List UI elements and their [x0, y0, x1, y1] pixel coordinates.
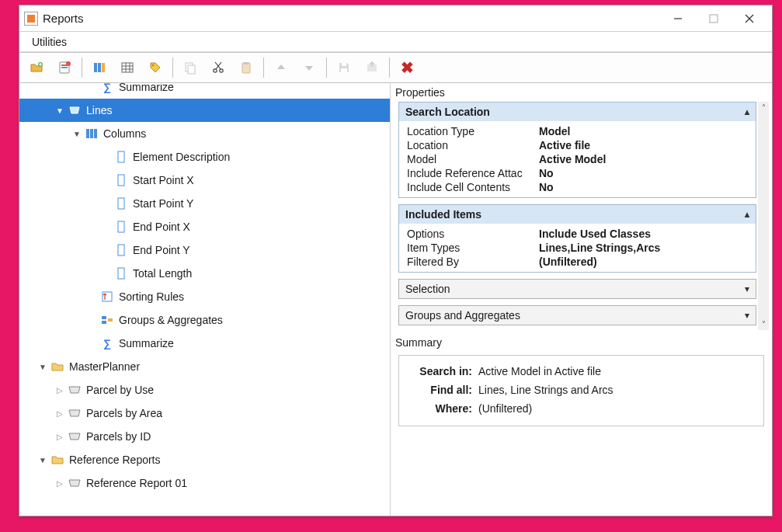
expander-down-icon[interactable]: ▼: [54, 104, 66, 116]
expander-down-icon[interactable]: ▼: [36, 360, 49, 373]
section-header-groups-aggregates[interactable]: Groups and Aggregates ▾: [399, 306, 756, 325]
tree-node-col-end-x[interactable]: ▶ End Point X: [19, 215, 390, 238]
tree[interactable]: ▶ ∑ Summarize ▼ Lines ▼: [19, 83, 390, 496]
tree-node-parcel-by-use[interactable]: ▷ Parcel by Use: [19, 378, 390, 402]
section-header-search-location[interactable]: Search Location ▴: [399, 103, 756, 121]
expander-down-icon[interactable]: ▼: [71, 127, 83, 140]
prop-row-model[interactable]: Model Active Model: [399, 152, 756, 166]
prop-row-options[interactable]: Options Include Used Classes: [399, 227, 756, 241]
section-header-selection[interactable]: Selection ▾: [399, 280, 756, 298]
chevron-up-icon: ▴: [745, 106, 749, 117]
svg-rect-37: [118, 268, 124, 279]
tag-button[interactable]: [141, 54, 169, 81]
svg-rect-30: [90, 129, 93, 138]
app-icon: [24, 12, 38, 26]
svg-point-20: [214, 69, 217, 72]
report-item-icon: [68, 406, 82, 420]
svg-rect-41: [108, 318, 113, 322]
expander-right-icon[interactable]: ▷: [54, 407, 66, 419]
expander-right-icon[interactable]: ▷: [54, 477, 66, 489]
tree-node-lines[interactable]: ▼ Lines: [19, 99, 390, 122]
tree-node-columns[interactable]: ▼ Columns: [19, 122, 390, 145]
folder-open-icon: [50, 360, 64, 374]
prop-row-item-types[interactable]: Item Types Lines,Line Strings,Arcs: [399, 241, 756, 255]
tree-node-col-total-len[interactable]: ▶ Total Length: [19, 262, 390, 285]
tree-node-sorting-rules[interactable]: ▶ Sorting Rules: [19, 285, 390, 308]
summary-title: Summary: [391, 333, 772, 352]
tree-node-summarize-upper[interactable]: ▶ ∑ Summarize: [19, 83, 390, 99]
tree-node-summarize[interactable]: ▶ ∑ Summarize: [19, 332, 390, 355]
column-icon: [114, 243, 128, 257]
summarize-icon: ∑: [100, 83, 114, 94]
svg-rect-40: [102, 321, 106, 324]
summary-box: Search in: Active Model in Active file F…: [398, 355, 764, 426]
groups-icon: [100, 313, 114, 327]
prop-row-include-cell[interactable]: Include Cell Contents No: [399, 180, 756, 194]
new-folder-button[interactable]: [23, 54, 50, 81]
cut-button[interactable]: [204, 54, 232, 81]
svg-rect-39: [102, 316, 106, 319]
svg-rect-11: [102, 63, 105, 72]
summarize-icon: ∑: [100, 336, 114, 350]
section-included-items: Included Items ▴ Options Include Used Cl…: [398, 204, 756, 273]
new-report-icon: [57, 61, 71, 75]
svg-line-22: [216, 62, 221, 69]
svg-rect-35: [118, 221, 124, 232]
column-icon: [114, 220, 128, 234]
section-search-location: Search Location ▴ Location Type Model Lo…: [398, 102, 756, 198]
summary-row-find-all: Find all: Lines, Line Strings and Arcs: [408, 381, 754, 399]
tree-node-col-end-y[interactable]: ▶ End Point Y: [19, 238, 390, 262]
prop-row-location-type[interactable]: Location Type Model: [399, 124, 756, 138]
tree-node-col-start-y[interactable]: ▶ Start Point Y: [19, 192, 390, 215]
scroll-up-icon[interactable]: ˄: [762, 103, 766, 112]
new-report-button[interactable]: [50, 54, 78, 81]
expander-right-icon[interactable]: ▷: [54, 430, 66, 443]
column-icon: [114, 196, 128, 210]
tree-node-ref-report-01[interactable]: ▷ Reference Report 01: [19, 471, 390, 495]
tree-node-reference-reports[interactable]: ▼ Reference Reports: [19, 448, 390, 471]
svg-rect-27: [341, 68, 347, 72]
prop-row-location[interactable]: Location Active file: [399, 138, 756, 152]
content-area: ▶ ∑ Summarize ▼ Lines ▼: [19, 83, 772, 516]
chevron-down-icon: ▾: [745, 283, 749, 294]
prop-row-filtered-by[interactable]: Filtered By (Unfiltered): [399, 255, 756, 269]
expander-right-icon[interactable]: ▷: [54, 384, 66, 396]
column-icon: [114, 266, 128, 280]
move-down-button[interactable]: [295, 54, 323, 81]
right-pane: Properties ˄ ˅ Search Location ▴ Locatio…: [391, 83, 772, 516]
tree-node-groups-aggregates[interactable]: ▶ Groups & Aggregates: [19, 308, 390, 332]
columns-button[interactable]: [85, 54, 113, 81]
expander-down-icon[interactable]: ▼: [36, 454, 49, 466]
column-icon: [114, 150, 128, 164]
save-button[interactable]: [330, 54, 358, 81]
cut-icon: [211, 61, 225, 75]
tree-node-parcels-by-area[interactable]: ▷ Parcels by Area: [19, 402, 390, 425]
svg-point-8: [66, 61, 71, 66]
svg-rect-32: [118, 151, 124, 162]
table-button[interactable]: [113, 54, 141, 81]
properties-scrollbar[interactable]: ˄ ˅: [758, 102, 769, 330]
close-button[interactable]: [732, 6, 767, 31]
minimize-button[interactable]: [660, 6, 696, 31]
scroll-down-icon[interactable]: ˅: [762, 320, 766, 329]
tree-node-col-start-x[interactable]: ▶ Start Point X: [19, 169, 390, 192]
close-report-button[interactable]: ✖: [393, 54, 421, 81]
tree-node-masterplanner[interactable]: ▼ MasterPlanner: [19, 355, 390, 378]
svg-rect-25: [244, 62, 249, 64]
svg-rect-24: [242, 63, 250, 73]
maximize-button[interactable]: [696, 6, 732, 31]
section-header-included-items[interactable]: Included Items ▴: [399, 205, 756, 224]
menu-utilities[interactable]: Utilities: [27, 34, 71, 50]
svg-rect-18: [186, 63, 193, 71]
prop-row-include-ref[interactable]: Include Reference Attac No: [399, 166, 756, 180]
paste-button[interactable]: [232, 54, 260, 81]
tree-node-parcels-by-id[interactable]: ▷ Parcels by ID: [19, 425, 390, 448]
export-button[interactable]: [358, 54, 386, 81]
folder-open-icon: [50, 453, 64, 467]
move-up-button[interactable]: [267, 54, 295, 81]
svg-rect-12: [122, 63, 133, 72]
titlebar: Reports: [19, 5, 772, 32]
tree-node-col-elem-desc[interactable]: ▶ Element Description: [19, 145, 390, 169]
svg-rect-26: [342, 63, 346, 66]
copy-button[interactable]: [176, 54, 204, 81]
